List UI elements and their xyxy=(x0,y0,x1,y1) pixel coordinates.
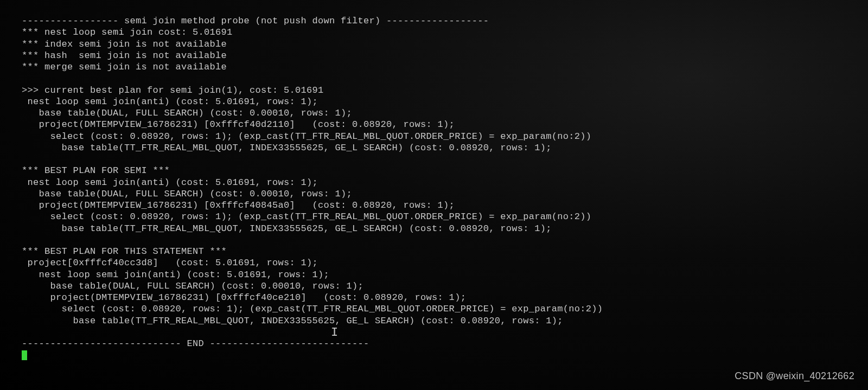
watermark-text: CSDN @weixin_40212662 xyxy=(735,370,854,382)
block-cursor xyxy=(22,350,27,360)
terminal-output: ----------------- semi join method probe… xyxy=(22,15,846,349)
text-cursor-icon: I xyxy=(331,325,339,341)
